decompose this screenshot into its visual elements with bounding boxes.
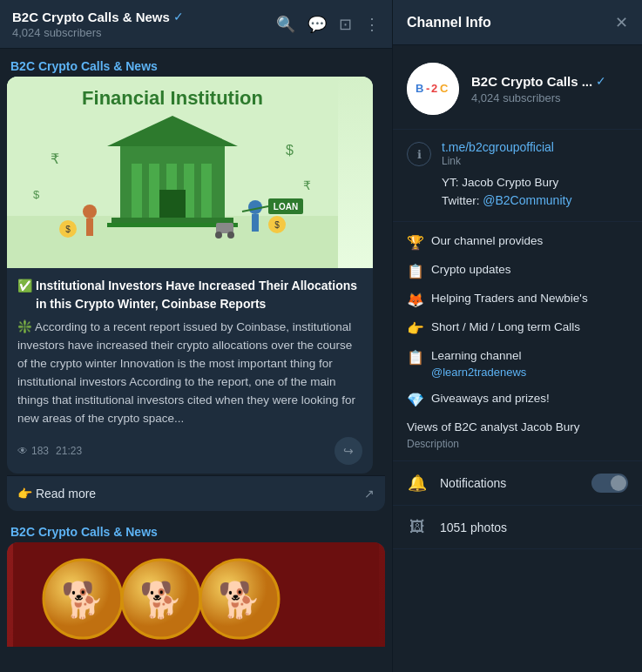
message-bubble-2: 🐕 🐕 🐕 <box>7 542 385 647</box>
shiba-svg: 🐕 🐕 🐕 <box>13 542 379 647</box>
desc-item-text-0: Our channel provides <box>431 232 543 250</box>
more-icon[interactable]: ⋮ <box>364 15 380 34</box>
desc-item-3: 👉 Short / Mid / Long term Calls <box>407 319 628 339</box>
notifications-row: 🔔 Notifications <box>393 461 642 506</box>
chat-name: B2C Crypto Calls & News <box>12 10 170 24</box>
layout-icon[interactable]: ⊡ <box>339 15 352 34</box>
message-text-1: ✅ Institutional Investors Have Increased… <box>7 268 373 433</box>
fi-svg: Financial Institution <box>7 77 338 268</box>
svg-rect-11 <box>112 218 233 223</box>
info-circle-icon: ℹ <box>407 142 431 166</box>
desc-item-text-4: Learning channel <box>431 347 526 365</box>
message-meta: 👁 183 21:23 <box>17 445 82 457</box>
svg-point-13 <box>83 205 97 218</box>
channel-name-row: B2C Crypto Calls ... ✓ <box>471 74 628 89</box>
svg-text:-: - <box>426 82 429 95</box>
learn-link[interactable]: @learn2tradenews <box>431 365 526 381</box>
channel-info-panel: Channel Info ✕ B - 2 C B2C Crypto Calls … <box>392 0 642 672</box>
description-label: Description <box>407 438 628 450</box>
subscriber-count: 4,024 subscribers <box>12 26 184 39</box>
link-row: ℹ t.me/b2cgroupofficial Link YT: Jacob C… <box>407 140 628 211</box>
notifications-toggle[interactable] <box>591 474 628 493</box>
body-content: According to a recent report issued by C… <box>17 320 355 425</box>
title-emoji: ✅ <box>17 277 32 295</box>
desc-item-0: 🏆 Our channel provides <box>407 232 628 252</box>
svg-rect-5 <box>132 164 142 218</box>
desc-text-3: Short / Mid / Long term Calls <box>431 319 580 336</box>
desc-emoji-4: 📋 <box>407 347 424 367</box>
channel-avatar: B - 2 C <box>407 63 459 115</box>
desc-item-2: 🦊 Helping Traders and Newbie's <box>407 290 628 310</box>
twitter-line1: Twitter: <box>442 194 483 207</box>
info-panel-title: Channel Info <box>407 15 491 30</box>
search-icon[interactable]: 🔍 <box>276 15 295 34</box>
svg-rect-14 <box>86 218 93 236</box>
desc-emoji-1: 📋 <box>407 261 424 281</box>
read-more-text: 👉 Read more <box>17 487 96 501</box>
message-group-1: B2C Crypto Calls & News Financial Instit… <box>0 56 392 518</box>
description-items: 🏆 Our channel provides 📋 Crypto updates … <box>393 222 642 462</box>
message-sender-1: B2C Crypto Calls & News <box>7 59 385 73</box>
desc-item-1: 📋 Crypto updates <box>407 261 628 281</box>
channel-subscribers: 4,024 subscribers <box>471 91 628 104</box>
chat-header-info: B2C Crypto Calls & News ✓ 4,024 subscrib… <box>12 10 184 39</box>
chat-title-row: B2C Crypto Calls & News ✓ <box>12 10 184 24</box>
fi-illustration: Financial Institution Financial Institut… <box>7 77 373 268</box>
svg-text:🐕: 🐕 <box>61 579 105 621</box>
twitter-handle[interactable]: @B2Community <box>483 193 571 207</box>
title-content: Institutional Investors Have Increased T… <box>36 277 362 313</box>
read-more-arrow-icon: ↗ <box>364 487 375 501</box>
photos-icon: 🖼 <box>407 518 428 536</box>
message-bubble-1: Financial Institution Financial Institut… <box>7 77 373 474</box>
notifications-label: Notifications <box>440 476 579 490</box>
svg-point-29 <box>215 232 222 239</box>
desc-text-0: Our channel provides <box>431 232 543 250</box>
photos-row[interactable]: 🖼 1051 photos <box>393 506 642 549</box>
notifications-icon: 🔔 <box>407 474 428 493</box>
photos-label: 1051 photos <box>440 521 628 534</box>
svg-text:B: B <box>416 82 423 95</box>
svg-text:$: $ <box>286 143 294 158</box>
message-group-2: B2C Crypto Calls & News 🐕 🐕 <box>0 518 392 647</box>
desc-item-5: 💎 Giveaways and prizes! <box>407 390 628 410</box>
bottom-actions: 🔔 Notifications 🖼 1051 photos <box>393 461 642 549</box>
read-more-bar[interactable]: 👉 Read more ↗ <box>7 475 385 511</box>
channel-profile: B - 2 C B2C Crypto Calls ... ✓ 4,024 sub… <box>393 45 642 130</box>
avatar-inner: B - 2 C <box>407 63 459 115</box>
info-header: Channel Info ✕ <box>393 0 642 45</box>
desc-emoji-5: 💎 <box>407 390 424 410</box>
channel-name: B2C Crypto Calls ... <box>471 74 592 89</box>
message-title: ✅ Institutional Investors Have Increased… <box>17 277 362 313</box>
svg-text:Financial Institution: Financial Institution <box>82 87 263 109</box>
link-content: t.me/b2cgroupofficial Link YT: Jacob Cry… <box>442 140 628 211</box>
svg-text:C: C <box>440 82 449 95</box>
svg-rect-6 <box>149 164 159 218</box>
view-count: 👁 183 <box>17 445 49 457</box>
svg-text:LOAN: LOAN <box>274 202 298 212</box>
close-button[interactable]: ✕ <box>615 13 628 32</box>
desc-item-text-1: Crypto updates <box>431 261 511 279</box>
shiba-image: 🐕 🐕 🐕 <box>7 542 385 647</box>
chat-header-actions: 🔍 💬 ⊡ ⋮ <box>276 15 380 34</box>
eye-icon: 👁 <box>17 445 28 457</box>
desc-item-text-2: Helping Traders and Newbie's <box>431 290 588 307</box>
svg-text:₹: ₹ <box>303 178 311 192</box>
message-footer-1: 👁 183 21:23 ↪ <box>7 433 373 474</box>
chat-header: B2C Crypto Calls & News ✓ 4,024 subscrib… <box>0 0 392 49</box>
svg-text:$: $ <box>274 220 280 230</box>
svg-rect-16 <box>252 214 259 232</box>
channel-info-right: B2C Crypto Calls ... ✓ 4,024 subscribers <box>471 74 628 104</box>
social-text: YT: Jacob Crypto Bury Twitter: @B2Commun… <box>442 174 628 211</box>
desc-text-4: Learning channel @learn2tradenews <box>431 347 526 380</box>
svg-text:2: 2 <box>431 82 437 95</box>
channel-link[interactable]: t.me/b2cgroupofficial <box>442 140 628 154</box>
desc-text-1: Crypto updates <box>431 261 511 279</box>
avatar-svg: B - 2 C <box>407 63 459 115</box>
desc-emoji-3: 👉 <box>407 319 424 339</box>
svg-rect-9 <box>201 164 212 218</box>
svg-text:$: $ <box>65 225 71 234</box>
bot-icon[interactable]: 💬 <box>307 15 327 34</box>
share-button[interactable]: ↪ <box>335 437 362 465</box>
svg-text:₹: ₹ <box>51 151 59 166</box>
desc-item-4: 📋 Learning channel @learn2tradenews <box>407 347 628 380</box>
